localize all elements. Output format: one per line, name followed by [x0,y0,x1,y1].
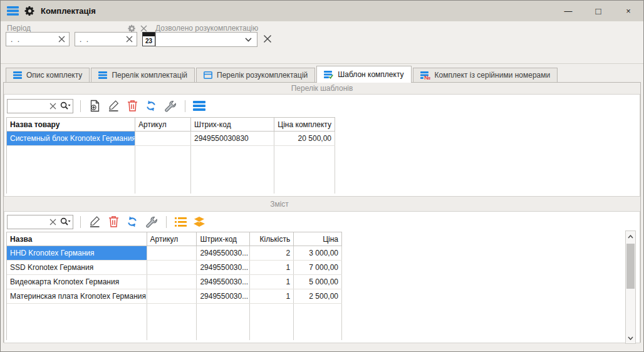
date-from-clear-icon[interactable] [58,36,69,43]
search-icon[interactable] [58,101,73,110]
clear-icon[interactable] [48,219,58,225]
edit-button[interactable] [105,98,122,113]
templates-search-input[interactable] [7,99,73,113]
column-header[interactable]: Ціна комплекту [274,118,335,131]
edit-button[interactable] [86,214,103,229]
cell-price: 2 500,00 [294,289,342,303]
list-check-icon [324,71,333,79]
templates-table-header: Назва товару Артикул Штрих-код Ціна комп… [7,117,335,132]
scroll-down-icon[interactable] [626,333,635,343]
toolbar-separator [80,100,81,112]
column-header[interactable]: Назва [7,232,147,246]
templates-caption: Перелік шаблонів [4,84,640,93]
period-label: Період [7,24,31,33]
table-row[interactable]: Материнская плата Kronotex Германия 2949… [7,289,342,304]
tab-dekitting-list[interactable]: Перелік розукомплектацій [196,68,315,83]
column-header[interactable]: Назва товару [7,118,135,131]
window-title: Комплектація [41,6,96,16]
list-view-button[interactable] [191,98,207,113]
tab-label: Перелік розукомплектацій [217,71,308,80]
allow-disassembly-select[interactable] [155,32,257,47]
table-empty-area [7,304,342,340]
date-to-clear-icon[interactable] [126,36,137,43]
templates-group: Назва товару Артикул Штрих-код Ціна комп… [4,94,640,197]
minimize-button[interactable]: — [553,1,583,21]
date-from-field[interactable]: . . [6,32,70,46]
tab-kitting-list[interactable]: Перелік комплектацій [91,68,195,83]
cell-name: Материнская плата Kronotex Германия [7,289,147,303]
table-empty-area [7,146,335,194]
toolbar-separator [80,216,81,228]
table-row[interactable]: Видеокарта Kronotex Германия 2949550030.… [7,275,342,289]
clear-icon[interactable] [48,103,58,110]
content-table: Назва Артикул Штрих-код Кількість Ціна H… [6,232,342,340]
tab-label: Опис комплекту [26,71,82,80]
cell-price: 5 000,00 [294,275,342,289]
column-header[interactable]: Артикул [135,118,191,131]
list-number-icon: № [420,71,430,80]
cell-article [135,132,191,145]
toolbar-separator [185,100,185,112]
date-to-field[interactable]: . . [75,32,137,46]
cell-name: Видеокарта Kronotex Германия [7,275,147,289]
cell-barcode: 2949550030... [197,246,250,260]
tab-kit-description[interactable]: Опис комплекту [6,68,90,83]
tab-kit-serial-numbers[interactable]: № Комплект із серійними номерами [413,68,558,83]
svg-text:№: № [424,75,430,80]
cell-name: Системный блок Kronotex Германия [7,132,135,145]
delete-button[interactable] [105,214,122,229]
cell-article [147,275,197,289]
content-search-input[interactable] [7,215,73,229]
table-outline-icon [204,71,212,79]
column-header[interactable]: Кількість [250,232,294,246]
maximize-button[interactable]: □ [583,1,613,21]
vertical-scrollbar[interactable] [625,230,636,344]
delete-button[interactable] [124,98,140,113]
add-record-button[interactable] [86,98,103,113]
app-window: Комплектація — □ × Період . . . . [0,0,644,352]
cell-qty: 2 [250,246,294,260]
table-row[interactable]: Системный блок Kronotex Германия 2949550… [7,132,335,146]
cell-barcode: 2949550030... [197,289,250,303]
table-row[interactable]: SSD Kronotex Германия 2949550030... 1 7 … [7,261,342,275]
close-button[interactable]: × [613,1,643,21]
column-header[interactable]: Артикул [147,232,197,246]
refresh-button[interactable] [143,98,159,113]
tab-label: Комплект із серійними номерами [435,71,551,80]
settings-wrench-button[interactable] [143,214,159,229]
period-clear-icon[interactable] [140,25,147,32]
column-header[interactable]: Ціна [294,232,342,246]
window-controls: — □ × [553,1,643,21]
content-table-header: Назва Артикул Штрих-код Кількість Ціна [7,232,342,246]
app-list-icon [7,6,19,16]
content-caption: Зміст [4,200,555,209]
cell-article [147,246,197,260]
cell-barcode: 2949550030... [197,261,250,274]
cell-barcode: 2949550030... [197,275,250,289]
cell-qty: 1 [250,261,294,274]
templates-toolbar [7,98,207,114]
gear-icon [24,6,35,16]
list-orange-button[interactable] [172,214,189,229]
table-row[interactable]: HHD Kronotex Германия 2949550030... 2 3 … [7,246,342,261]
content-toolbar [7,214,207,230]
settings-wrench-button[interactable] [162,98,178,113]
refresh-button[interactable] [124,214,140,229]
search-icon[interactable] [58,217,73,226]
tab-label: Шаблон комплекту [338,70,403,79]
column-header[interactable]: Штрих-код [191,118,274,131]
layers-button[interactable] [191,214,207,229]
calendar-button[interactable]: 23 [142,32,155,46]
cell-qty: 1 [250,289,294,303]
templates-table: Назва товару Артикул Штрих-код Ціна комп… [6,117,335,194]
title-bar: Комплектація — □ × [1,1,643,21]
scroll-up-icon[interactable] [626,232,635,241]
allow-disassembly-clear-icon[interactable] [263,34,272,43]
column-header[interactable]: Штрих-код [197,232,250,246]
content-group: Назва Артикул Штрих-код Кількість Ціна H… [4,211,640,343]
chevron-down-icon [245,38,257,42]
date-from-value: . . [6,35,58,44]
tab-kit-template[interactable]: Шаблон комплекту [316,66,411,83]
scrollbar-thumb[interactable] [626,244,635,289]
cell-article [147,261,197,274]
